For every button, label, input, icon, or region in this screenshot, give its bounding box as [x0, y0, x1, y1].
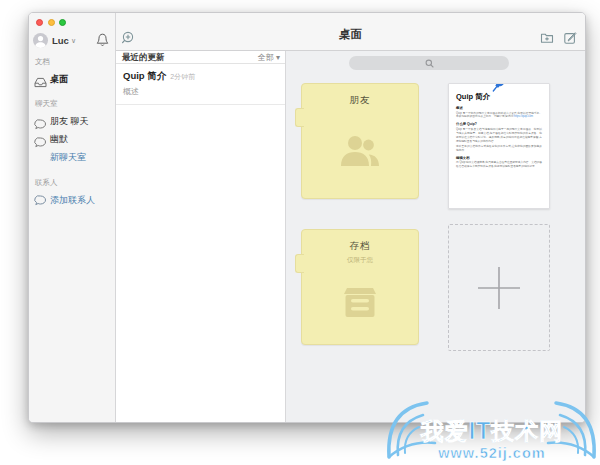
folder-subtitle: 仅限于您 [302, 256, 418, 265]
user-menu[interactable]: Luc ∨ [33, 32, 111, 48]
doc-heading-edit: 编辑文档 [456, 156, 542, 160]
zoom-window-button[interactable] [59, 19, 66, 26]
new-chat-room-link[interactable]: 新聊天室 [29, 148, 115, 167]
update-item-title: Quip 简介 [123, 70, 166, 83]
avatar [33, 33, 48, 48]
people-icon [302, 132, 418, 172]
desktop-main-area: 朋友 Quip 简介 概述 Quip 是一个协作的现代文字处理器和移动办公套件,… [286, 51, 585, 422]
doc-paragraph: 用 Quip 编辑文档很简单,您只需要点击任意位置即可输入内容。文档的修改会自动… [456, 161, 542, 169]
sidebar-item-friends-chat[interactable]: 朋友 聊天 [29, 112, 115, 130]
caret-down-icon: ▾ [276, 53, 280, 62]
recent-updates-panel: 最近的更新 全部 ▾ Quip 简介 2分钟前 概述 [116, 51, 286, 422]
compose-document-button[interactable] [563, 31, 577, 45]
update-item-subtitle: 概述 [123, 86, 278, 97]
sidebar-nav: 文档 桌面 聊天室 朋友 聊天 幽默 新聊天室 [29, 53, 115, 210]
folder-archive[interactable]: 存档 仅限于您 [301, 229, 419, 345]
doc-paragraph: Quip 是一个集合文档与消息编辑功能于一身的现代文字处理器。您可以与他人共同起… [456, 128, 542, 144]
add-contact-label: 添加联系人 [50, 194, 95, 207]
sidebar-item-desktop[interactable]: 桌面 [29, 70, 115, 88]
folder-name: 朋友 [302, 94, 418, 107]
quip-link[interactable]: https://quip.com 。 [514, 115, 536, 118]
plus-icon [476, 265, 522, 311]
quip-app-window: Luc ∨ 文档 桌面 聊天室 朋友 聊天 [28, 12, 586, 423]
doc-paragraph: Quip 是一个协作的现代文字处理器和移动办公套件,您可以在智能手机、平板电脑和… [456, 112, 542, 120]
updates-filter-dropdown[interactable]: 全部 ▾ [258, 52, 280, 63]
add-contact-bubble-icon [34, 195, 47, 206]
window-controls [36, 19, 66, 26]
new-document-card[interactable] [448, 224, 550, 351]
close-window-button[interactable] [36, 19, 43, 26]
sidebar-section-documents: 文档 [29, 53, 115, 70]
updates-header-title: 最近的更新 [122, 52, 165, 64]
folder-friends[interactable]: 朋友 [301, 83, 419, 199]
update-item-timestamp: 2分钟前 [170, 72, 195, 82]
updates-header: 最近的更新 全部 ▾ [116, 51, 285, 64]
update-list-item[interactable]: Quip 简介 2分钟前 概述 [116, 64, 285, 105]
chevron-down-icon: ∨ [71, 37, 76, 45]
watermark-url: www.52ij.com [437, 445, 545, 461]
chat-bubble-icon [34, 116, 47, 127]
sidebar-section-chats: 聊天室 [29, 95, 115, 112]
notifications-bell-icon[interactable] [96, 33, 109, 47]
sidebar-item-label: 朋友 聊天 [50, 115, 89, 128]
sidebar-item-label: 桌面 [50, 73, 68, 86]
document-card-quip-intro[interactable]: Quip 简介 概述 Quip 是一个协作的现代文字处理器和移动办公套件,您可以… [448, 83, 550, 209]
sidebar: Luc ∨ 文档 桌面 聊天室 朋友 聊天 [29, 13, 116, 422]
doc-heading-overview: 概述 [456, 106, 542, 110]
minimize-window-button[interactable] [48, 19, 55, 26]
new-folder-button[interactable] [540, 31, 554, 45]
sidebar-section-contacts: 联系人 [29, 174, 115, 191]
search-input[interactable] [349, 56, 509, 70]
folder-name: 存档 [302, 240, 418, 253]
page-title: 桌面 [116, 27, 585, 42]
user-name: Luc [52, 35, 69, 46]
pushpin-icon [489, 83, 507, 95]
toolbar: 桌面 [116, 13, 585, 51]
doc-heading-what-is-quip: 什么是 Quip? [456, 122, 542, 126]
search-icon [425, 59, 434, 68]
sidebar-item-humor[interactable]: 幽默 [29, 130, 115, 148]
archive-icon [302, 282, 418, 320]
doc-paragraph: 这种全新的文档协作方式将改变您的工作方式,让您和您的团队更加高效地协作。 [456, 145, 542, 153]
inbox-tray-icon [34, 74, 47, 85]
add-contact-link[interactable]: 添加联系人 [29, 191, 115, 210]
sidebar-item-label: 幽默 [50, 133, 68, 146]
chat-bubble-icon [34, 134, 47, 145]
